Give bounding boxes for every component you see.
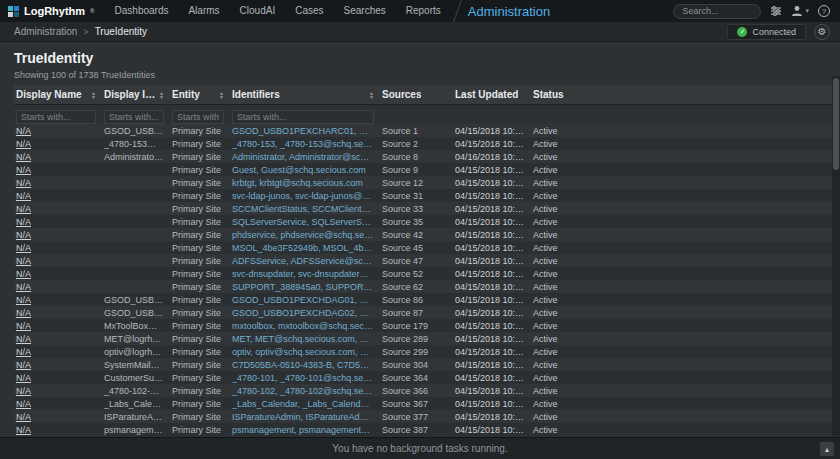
cell-display-name-link[interactable]: N/A — [14, 243, 102, 253]
registered-mark: ® — [90, 8, 94, 14]
cell-display-identifier: MET@logrhythm... — [102, 334, 170, 344]
breadcrumb-separator: > — [83, 27, 88, 37]
table-row[interactable]: N/A MxToolBox@logr... Primary Site mxtoo… — [14, 319, 832, 332]
logrhythm-logo[interactable]: LogRhythm ® — [0, 5, 105, 17]
cell-display-name-link[interactable]: N/A — [14, 139, 102, 149]
connected-status-toggle[interactable]: ✓ Connected — [727, 24, 806, 40]
cell-display-name-link[interactable]: N/A — [14, 126, 102, 136]
tasks-panel-toggle-button[interactable]: ▴ — [820, 442, 834, 456]
table-row[interactable]: N/A Administrator@lo... Primary Site Adm… — [14, 150, 832, 163]
table-row[interactable]: N/A GSOD_USBO1PEX... Primary Site GSOD_U… — [14, 306, 832, 319]
cell-display-name-link[interactable]: N/A — [14, 295, 102, 305]
cell-display-name-link[interactable]: N/A — [14, 399, 102, 409]
cell-display-name-link[interactable]: N/A — [14, 321, 102, 331]
brand-text: LogRhythm — [24, 5, 85, 17]
table-row[interactable]: N/A CustomerSuccess... Primary Site _478… — [14, 371, 832, 384]
nav-item-searches[interactable]: Searches — [334, 0, 396, 22]
cell-sources: Source 179 — [380, 321, 453, 331]
nav-item-reports[interactable]: Reports — [396, 0, 451, 22]
cell-identifiers: SQLServerService, SQLServerService@schq.… — [230, 217, 380, 227]
column-header-entity[interactable]: Entity ▲▼ — [170, 85, 230, 104]
filter-sliders-icon[interactable] — [770, 5, 782, 17]
column-header-last-updated[interactable]: Last Updated — [453, 85, 531, 104]
nav-item-cases[interactable]: Cases — [285, 0, 333, 22]
cell-display-name-link[interactable]: N/A — [14, 178, 102, 188]
table-row[interactable]: N/A optiv@logrhythm... Primary Site opti… — [14, 345, 832, 358]
sort-icon[interactable]: ▲▼ — [369, 91, 374, 99]
cell-display-name-link[interactable]: N/A — [14, 191, 102, 201]
nav-item-cloudai[interactable]: CloudAI — [230, 0, 286, 22]
nav-item-administration-active[interactable]: Administration — [468, 4, 550, 19]
nav-item-dashboards[interactable]: Dashboards — [105, 0, 179, 22]
table-row[interactable]: N/A SystemMailbox{C... Primary Site C7D5… — [14, 358, 832, 371]
cell-display-name-link[interactable]: N/A — [14, 308, 102, 318]
cell-status: Active — [531, 178, 832, 188]
cell-display-name-link[interactable]: N/A — [14, 282, 102, 292]
cell-sources: Source 62 — [380, 282, 453, 292]
vertical-scrollbar[interactable] — [832, 76, 840, 436]
cell-display-name-link[interactable]: N/A — [14, 425, 102, 435]
table-row[interactable]: N/A psmanagement@... Primary Site psmana… — [14, 423, 832, 436]
cell-sources: Source 304 — [380, 360, 453, 370]
cell-display-name-link[interactable]: N/A — [14, 152, 102, 162]
scrollbar-thumb[interactable] — [833, 78, 839, 170]
cell-display-identifier: CustomerSuccess... — [102, 373, 170, 383]
user-menu-button[interactable]: ▾ — [791, 5, 809, 17]
cell-identifiers: C7D505BA-0510-4383-B, C7D505BA-0510-4... — [230, 360, 380, 370]
table-row[interactable]: N/A Primary Site MSOL_4be3F52949b, MSOL_… — [14, 241, 832, 254]
cell-status: Active — [531, 204, 832, 214]
filter-entity-input[interactable] — [172, 110, 224, 124]
column-header-status[interactable]: Status — [531, 85, 832, 104]
column-header-identifiers[interactable]: Identifiers ▲▼ — [230, 85, 380, 104]
table-row[interactable]: N/A Primary Site phdservice, phdservice@… — [14, 228, 832, 241]
help-button[interactable]: ? — [818, 5, 830, 17]
cell-display-name-link[interactable]: N/A — [14, 217, 102, 227]
table-row[interactable]: N/A Primary Site svc-dnsupdater, svc-dns… — [14, 267, 832, 280]
table-row[interactable]: N/A Primary Site SQLServerService, SQLSe… — [14, 215, 832, 228]
nav-item-alarms[interactable]: Alarms — [178, 0, 229, 22]
cell-display-name-link[interactable]: N/A — [14, 347, 102, 357]
breadcrumb-administration[interactable]: Administration — [14, 26, 77, 37]
table-row[interactable]: N/A ISParatureAdmin... Primary Site ISPa… — [14, 410, 832, 423]
cell-display-name-link[interactable]: N/A — [14, 334, 102, 344]
table-row[interactable]: N/A MET@logrhythm... Primary Site MET, M… — [14, 332, 832, 345]
filter-identifiers-input[interactable] — [232, 110, 374, 124]
cell-display-name-link[interactable]: N/A — [14, 204, 102, 214]
table-row[interactable]: N/A GSOD_USBO1PEX... Primary Site GSOD_U… — [14, 293, 832, 306]
cell-identifiers: psmanagement, psmanagement@schq.seci... — [230, 425, 380, 435]
cell-last-updated: 04/15/2018 10:23:03 pm — [453, 126, 531, 136]
column-header-sources[interactable]: Sources — [380, 85, 453, 104]
table-row[interactable]: N/A Primary Site SUPPORT_388945a0, SUPPO… — [14, 280, 832, 293]
cell-display-name-link[interactable]: N/A — [14, 386, 102, 396]
topnav-right-controls: ▾ ? — [673, 4, 840, 19]
cell-display-name-link[interactable]: N/A — [14, 269, 102, 279]
cell-sources: Source 289 — [380, 334, 453, 344]
column-header-display-name[interactable]: Display Name ▲▼ — [14, 85, 102, 104]
table-row[interactable]: N/A Primary Site svc-ldap-junos, svc-lda… — [14, 189, 832, 202]
filter-display-identifier-input[interactable] — [104, 110, 164, 124]
sort-icon[interactable]: ▲▼ — [91, 91, 96, 99]
column-header-display-identifier[interactable]: Display Identifier ▲▼ — [102, 85, 170, 104]
table-row[interactable]: N/A Primary Site ADFSService, ADFSServic… — [14, 254, 832, 267]
search-input[interactable] — [673, 4, 761, 19]
cell-status: Active — [531, 399, 832, 409]
cell-display-name-link[interactable]: N/A — [14, 360, 102, 370]
table-row[interactable]: N/A Primary Site krbtgt, krbtgt@schq.sec… — [14, 176, 832, 189]
table-row[interactable]: N/A GSOD_USBO1PEX... Primary Site GSOD_U… — [14, 124, 832, 137]
cell-display-identifier: GSOD_USBO1PEX... — [102, 308, 170, 318]
settings-button[interactable]: ⚙ — [814, 24, 830, 40]
table-row[interactable]: N/A _Labs_Calendar@... Primary Site _Lab… — [14, 397, 832, 410]
sort-icon[interactable]: ▲▼ — [159, 91, 164, 99]
sort-icon[interactable]: ▲▼ — [219, 91, 224, 99]
cell-display-name-link[interactable]: N/A — [14, 165, 102, 175]
cell-display-name-link[interactable]: N/A — [14, 412, 102, 422]
filter-display-name-input[interactable] — [16, 110, 96, 124]
table-row[interactable]: N/A Primary Site SCCMClientStatus, SCCMC… — [14, 202, 832, 215]
table-row[interactable]: N/A _4780-153@logrh... Primary Site _478… — [14, 137, 832, 150]
table-row[interactable]: N/A Primary Site Guest, Guest@schq.secio… — [14, 163, 832, 176]
cell-display-name-link[interactable]: N/A — [14, 256, 102, 266]
cell-last-updated: 04/15/2018 10:23:03 pm — [453, 178, 531, 188]
cell-display-name-link[interactable]: N/A — [14, 230, 102, 240]
table-row[interactable]: N/A _4780-102-Ping@... Primary Site _478… — [14, 384, 832, 397]
cell-display-name-link[interactable]: N/A — [14, 373, 102, 383]
